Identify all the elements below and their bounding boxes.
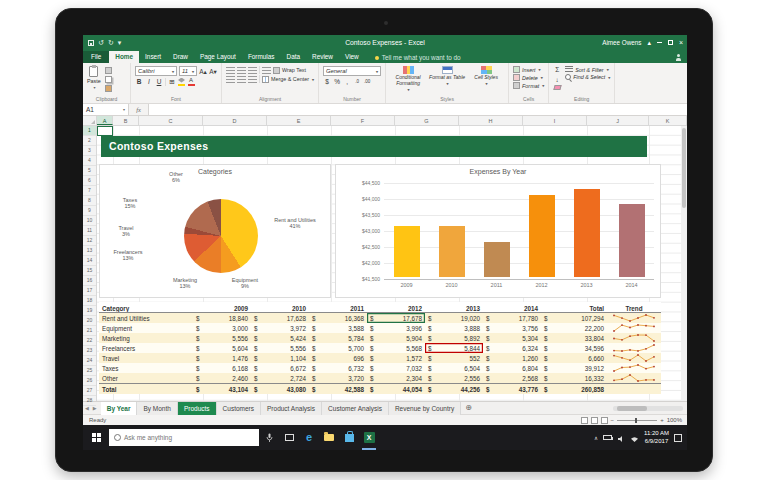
table-row[interactable]: Taxes$6,168$6,672$6,732$7,032$6,504$6,80… (99, 363, 661, 373)
sheet-tab-customers[interactable]: Customers (217, 402, 261, 415)
tab-home[interactable]: Home (109, 51, 139, 63)
close-button[interactable]: × (679, 39, 683, 46)
align-top-icon[interactable] (226, 67, 235, 74)
table-row[interactable]: Marketing$5,556$5,424$5,784$5,904$5,892$… (99, 333, 661, 343)
conditional-formatting-button[interactable]: Conditional Formatting ▾ (390, 65, 426, 92)
tab-data[interactable]: Data (281, 51, 307, 63)
align-left-icon[interactable] (226, 76, 235, 83)
zoom-level[interactable]: 100% (667, 417, 682, 423)
task-view-icon[interactable] (279, 425, 299, 450)
select-all-corner[interactable] (83, 116, 97, 125)
sheet-grid[interactable]: Contoso Expenses Categories Rent and Uti… (97, 126, 687, 401)
undo-icon[interactable]: ↺ (98, 39, 104, 46)
row-header-17[interactable]: 17 (83, 286, 96, 296)
row-header-27[interactable]: 27 (83, 386, 96, 396)
action-center-icon[interactable] (674, 434, 682, 442)
page-layout-view-icon[interactable] (591, 417, 598, 424)
file-explorer-icon[interactable] (319, 425, 339, 450)
borders-icon[interactable]: ⊞ (168, 77, 176, 86)
row-header-20[interactable]: 20 (83, 316, 96, 326)
scrollbar-thumb[interactable] (682, 128, 686, 208)
delete-cells-button[interactable]: Delete▾ (513, 74, 544, 81)
redo-icon[interactable]: ↻ (108, 39, 114, 46)
sheet-tab-products[interactable]: Products (178, 402, 217, 415)
horizontal-scrollbar[interactable] (613, 406, 683, 411)
row-header-1[interactable]: 1 (83, 126, 96, 136)
column-header-G[interactable]: G (395, 116, 459, 125)
row-header-21[interactable]: 21 (83, 326, 96, 336)
row-header-3[interactable]: 3 (83, 146, 96, 156)
share-icon[interactable] (676, 58, 681, 63)
wrap-text-label[interactable]: Wrap Text (282, 67, 306, 73)
shrink-font-icon[interactable]: A▾ (209, 67, 217, 76)
decrease-decimal-icon[interactable]: .00 (363, 77, 371, 86)
column-header-A[interactable]: A (97, 116, 113, 125)
row-header-6[interactable]: 6 (83, 176, 96, 186)
store-icon[interactable] (339, 425, 359, 450)
row-header-12[interactable]: 12 (83, 236, 96, 246)
column-header-B[interactable]: B (113, 116, 139, 125)
network-icon[interactable] (630, 429, 639, 447)
row-header-8[interactable]: 8 (83, 196, 96, 206)
ribbon-display-options-icon[interactable]: ▴ (647, 39, 651, 46)
row-header-22[interactable]: 22 (83, 336, 96, 346)
number-format-select[interactable]: General▾ (323, 66, 381, 76)
user-name[interactable]: Aimee Owens (602, 39, 641, 46)
italic-button[interactable]: I (145, 77, 153, 86)
battery-icon[interactable] (603, 435, 612, 440)
fx-icon[interactable]: fx (129, 104, 149, 115)
column-header-C[interactable]: C (139, 116, 203, 125)
page-break-view-icon[interactable] (601, 417, 608, 424)
underline-button[interactable]: U (155, 77, 163, 86)
column-header-I[interactable]: I (523, 116, 587, 125)
column-header-E[interactable]: E (267, 116, 331, 125)
row-header-4[interactable]: 4 (83, 156, 96, 166)
tab-scroll-right-icon[interactable]: ▶ (91, 405, 99, 411)
grow-font-icon[interactable]: A▴ (199, 67, 207, 76)
align-middle-icon[interactable] (237, 67, 246, 74)
align-right-icon[interactable] (248, 76, 257, 83)
pie-chart-object[interactable]: Categories Rent and Utilities41%Equipmen… (99, 164, 331, 298)
tab-review[interactable]: Review (306, 51, 339, 63)
row-header-9[interactable]: 9 (83, 206, 96, 216)
bar-chart-object[interactable]: Expenses By Year $41,500$42,000$42,500$4… (335, 164, 661, 298)
row-header-26[interactable]: 26 (83, 376, 96, 386)
minimize-button[interactable] (657, 42, 662, 43)
cut-icon[interactable] (105, 67, 112, 74)
normal-view-icon[interactable] (581, 417, 588, 424)
cell-styles-button[interactable]: Cell Styles ▾ (468, 65, 504, 92)
table-row[interactable]: Other$2,460$2,724$3,720$2,304$2,556$2,56… (99, 373, 661, 383)
row-header-2[interactable]: 2 (83, 136, 96, 146)
table-row[interactable]: Travel$1,476$1,104$696$1,572$552$1,260$6… (99, 353, 661, 363)
merge-center-label[interactable]: Merge & Center (271, 76, 309, 82)
column-header-F[interactable]: F (331, 116, 395, 125)
table-row[interactable]: Equipment$3,000$3,972$3,588$3,996$3,888$… (99, 323, 661, 333)
row-header-11[interactable]: 11 (83, 226, 96, 236)
fill-icon[interactable]: ↓ (553, 75, 561, 84)
tab-draw[interactable]: Draw (167, 51, 194, 63)
row-header-10[interactable]: 10 (83, 216, 96, 226)
paste-button[interactable]: Paste ▾ (87, 65, 101, 95)
excel-taskbar-icon[interactable]: X (359, 425, 379, 450)
sheet-tab-revenue-by-country[interactable]: Revenue by Country (389, 402, 461, 415)
sheet-tab-by-year[interactable]: By Year (101, 402, 138, 415)
row-header-23[interactable]: 23 (83, 346, 96, 356)
name-box[interactable]: A1 ▾ (83, 104, 129, 115)
column-header-K[interactable]: K (649, 116, 687, 125)
active-cell-a1[interactable] (97, 126, 113, 136)
column-header-D[interactable]: D (203, 116, 267, 125)
clear-icon[interactable] (553, 85, 561, 90)
tell-me-box[interactable]: Tell me what you want to do (375, 54, 461, 63)
row-header-7[interactable]: 7 (83, 186, 96, 196)
tab-insert[interactable]: Insert (139, 51, 167, 63)
fill-color-icon[interactable] (178, 78, 185, 86)
taskbar-search[interactable]: Ask me anything (109, 429, 259, 446)
row-header-18[interactable]: 18 (83, 296, 96, 306)
tab-view[interactable]: View (339, 51, 365, 63)
row-header-14[interactable]: 14 (83, 256, 96, 266)
zoom-slider[interactable] (617, 420, 657, 421)
font-size-select[interactable]: 11▾ (179, 66, 197, 76)
orientation-icon[interactable] (262, 67, 271, 74)
increase-decimal-icon[interactable]: .0 (353, 77, 361, 86)
start-button[interactable] (83, 425, 109, 450)
